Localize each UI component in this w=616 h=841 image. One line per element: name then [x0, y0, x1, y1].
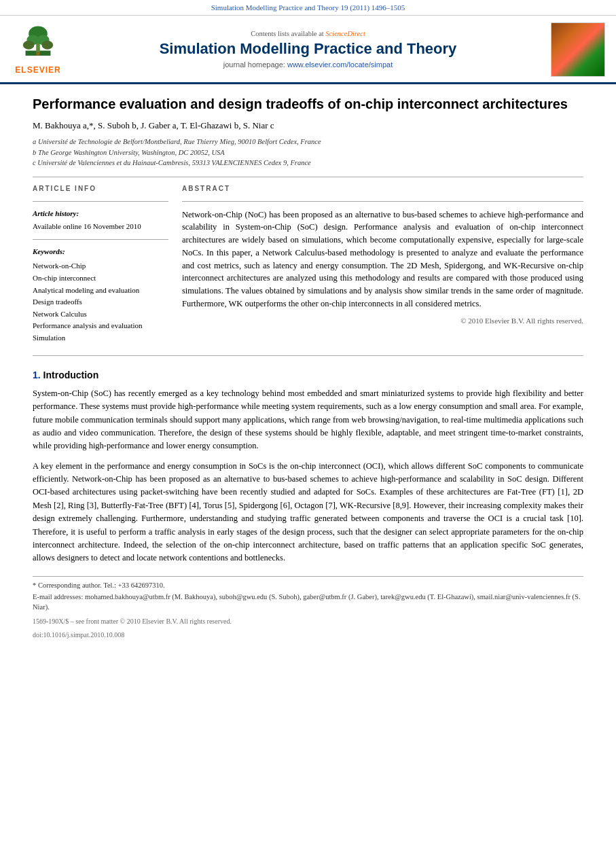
keywords-list: Network-on-Chip On-chip interconnect Ana… — [33, 260, 168, 344]
article-info-col: ARTICLE INFO Article history: Available … — [33, 184, 168, 344]
keyword-4: Design tradeoffs — [33, 296, 168, 308]
intro-paragraph-2: A key element in the performance and ene… — [33, 460, 583, 565]
elsevier-logo: ELSEVIER — [11, 22, 65, 76]
keyword-1: Network-on-Chip — [33, 260, 168, 272]
footer-doi: doi:10.1016/j.simpat.2010.10.008 — [33, 630, 583, 641]
journal-title: Simulation Modelling Practice and Theory — [73, 40, 543, 58]
journal-reference-text: Simulation Modelling Practice and Theory… — [211, 3, 405, 12]
abstract-text: Network-on-Chip (NoC) has been proposed … — [182, 209, 583, 310]
journal-center: Contents lists available at ScienceDirec… — [73, 29, 543, 71]
footnote-emails: E-mail addresses: mohamed.bakhouya@utbm.… — [33, 592, 583, 612]
svg-point-7 — [36, 52, 40, 56]
corner-decorative-image — [551, 22, 605, 77]
contents-line: Contents lists available at ScienceDirec… — [73, 29, 543, 39]
footnote-section: * Corresponding author. Tel.: +33 642697… — [33, 576, 583, 641]
abstract-label: ABSTRACT — [182, 184, 583, 194]
elsevier-label: ELSEVIER — [15, 65, 60, 76]
homepage-url[interactable]: www.elsevier.com/locate/simpat — [287, 60, 393, 69]
section-divider — [33, 355, 583, 356]
keyword-6: Performance analysis and evaluation — [33, 320, 168, 332]
article-info-label: ARTICLE INFO — [33, 184, 168, 194]
affiliation-a: a Université de Technologie de Belfort/M… — [33, 137, 583, 147]
footer-issn: 1569-190X/$ – see front matter © 2010 El… — [33, 617, 583, 627]
keyword-7: Simulation — [33, 332, 168, 344]
section-number: 1. — [33, 370, 41, 380]
history-label: Article history: — [33, 209, 168, 219]
intro-paragraph-1: System-on-Chip (SoC) has recently emerge… — [33, 387, 583, 453]
elsevier-tree-icon — [18, 22, 58, 63]
sciencedirect-link[interactable]: ScienceDirect — [325, 30, 365, 37]
affiliation-c: c Université de Valenciennes et du Haina… — [33, 158, 583, 168]
affiliation-b: b The George Washington University, Wash… — [33, 147, 583, 158]
authors-line: M. Bakhouya a,*, S. Suboh b, J. Gaber a,… — [33, 120, 583, 132]
intro-section-title: 1. Introduction — [33, 368, 583, 382]
keyword-5: Network Calculus — [33, 308, 168, 321]
svg-point-6 — [42, 41, 54, 50]
abstract-col: ABSTRACT Network-on-Chip (NoC) has been … — [182, 184, 583, 344]
keyword-3: Analytical modeling and evaluation — [33, 285, 168, 297]
article-title: Performance evaluation and design tradeo… — [33, 95, 583, 113]
svg-point-5 — [23, 41, 35, 50]
info-divider — [33, 201, 168, 202]
journal-header: ELSEVIER Contents lists available at Sci… — [0, 16, 616, 84]
journal-homepage: journal homepage: www.elsevier.com/locat… — [73, 60, 543, 71]
history-value: Available online 16 November 2010 — [33, 221, 168, 232]
keyword-2: On-chip interconnect — [33, 272, 168, 285]
abstract-divider — [182, 201, 583, 202]
copyright-line: © 2010 Elsevier B.V. All rights reserved… — [182, 316, 583, 327]
affiliations: a Université de Technologie de Belfort/M… — [33, 137, 583, 168]
journal-reference-bar: Simulation Modelling Practice and Theory… — [0, 0, 616, 16]
main-content: Performance evaluation and design tradeo… — [0, 84, 616, 651]
keywords-label: Keywords: — [33, 247, 168, 257]
section-title-text: Introduction — [43, 370, 99, 380]
info-abstract-section: ARTICLE INFO Article history: Available … — [33, 184, 583, 344]
divider — [33, 177, 583, 177]
footnote-corresponding: * Corresponding author. Tel.: +33 642697… — [33, 581, 583, 591]
keywords-divider — [33, 239, 168, 240]
